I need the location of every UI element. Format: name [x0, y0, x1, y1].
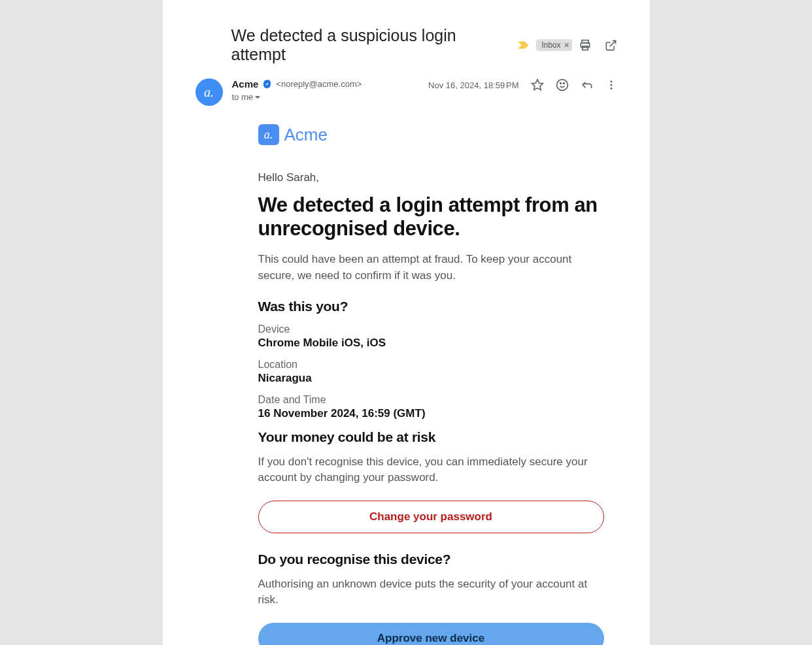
inbox-label[interactable]: Inbox ✕ [536, 39, 571, 51]
open-new-window-icon[interactable] [605, 39, 617, 52]
location-value: Nicaragua [258, 372, 604, 385]
svg-point-10 [610, 88, 612, 90]
subject-row: We detected a suspicious login attempt I… [195, 26, 617, 64]
email-body: a. Acme Hello Sarah, We detected a login… [195, 124, 617, 645]
print-icon[interactable] [579, 39, 592, 52]
emoji-reaction-icon[interactable] [556, 78, 569, 91]
was-this-you-heading: Was this you? [258, 299, 604, 314]
risk-heading: Your money could be at risk [258, 429, 604, 445]
approve-device-button[interactable]: Approve new device [258, 623, 604, 645]
brand-header: a. Acme [258, 124, 604, 145]
chevron-down-icon [254, 94, 261, 101]
svg-point-7 [563, 83, 564, 84]
device-label: Device [258, 323, 604, 335]
change-password-button[interactable]: Change your password [258, 501, 604, 533]
important-marker-icon[interactable] [518, 41, 530, 50]
main-heading: We detected a login attempt from an unre… [258, 193, 604, 240]
email-meta-row: a. Acme <noreply@acme.com> to me Nov 16,… [195, 78, 617, 106]
verified-badge-icon [262, 79, 272, 89]
svg-point-8 [610, 80, 612, 82]
close-icon[interactable]: ✕ [564, 41, 569, 50]
svg-point-9 [610, 84, 612, 86]
to-text: to me [232, 92, 254, 102]
email-subject: We detected a suspicious login attempt [231, 26, 512, 64]
meta-actions: Nov 16, 2024, 18:59 PM [428, 78, 617, 91]
recognise-heading: Do you recognise this device? [258, 552, 604, 567]
inbox-label-text: Inbox [541, 41, 560, 50]
svg-point-6 [560, 83, 561, 84]
more-options-icon[interactable] [605, 79, 617, 91]
datetime-value: 16 November 2024, 16:59 (GMT) [258, 407, 604, 420]
email-timestamp: Nov 16, 2024, 18:59 PM [428, 80, 518, 90]
svg-point-5 [556, 80, 567, 91]
email-view: We detected a suspicious login attempt I… [163, 0, 650, 645]
datetime-label: Date and Time [258, 394, 604, 406]
sender-avatar[interactable]: a. [195, 78, 223, 106]
brand-logo-icon: a. [258, 124, 279, 145]
sender-name: Acme [232, 78, 259, 90]
star-icon[interactable] [531, 78, 544, 91]
location-label: Location [258, 359, 604, 371]
header-actions [579, 39, 617, 52]
reply-icon[interactable] [581, 78, 594, 91]
recognise-paragraph: Authorising an unknown device puts the s… [258, 576, 604, 608]
greeting: Hello Sarah, [258, 171, 604, 184]
intro-paragraph: This could have been an attempt at fraud… [258, 252, 604, 284]
recipient-dropdown[interactable]: to me [232, 92, 362, 102]
svg-line-3 [609, 41, 615, 46]
sender-block: Acme <noreply@acme.com> to me [232, 78, 362, 102]
sender-email: <noreply@acme.com> [276, 79, 362, 89]
brand-name: Acme [284, 125, 328, 145]
risk-paragraph: If you don't recognise this device, you … [258, 454, 604, 486]
svg-marker-4 [532, 80, 543, 90]
avatar-initial: a. [204, 85, 214, 100]
device-value: Chrome Mobile iOS, iOS [258, 337, 604, 350]
